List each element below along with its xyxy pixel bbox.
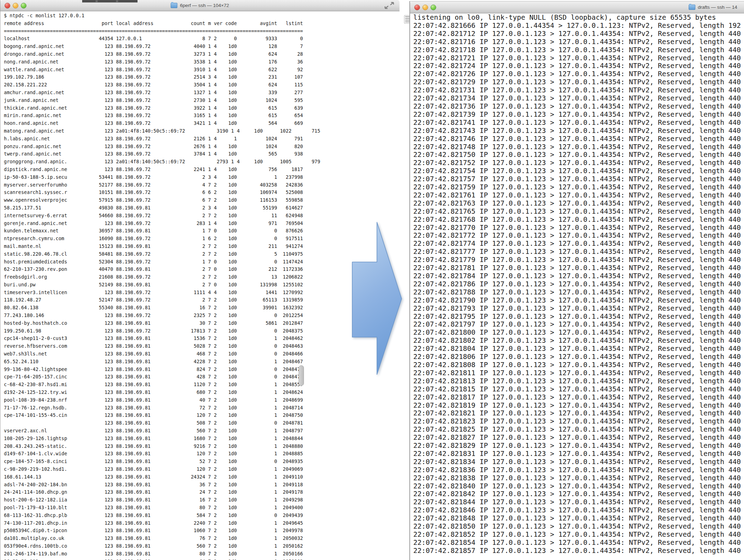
folder-icon (689, 5, 695, 10)
folder-icon (171, 3, 177, 8)
right-terminal-window: drafts — ssh — 14 listening on lo0, link… (409, 1, 744, 560)
fullscreen-icon[interactable] (383, 1, 396, 10)
background-window-fragment (82, 0, 138, 2)
left-titlebar[interactable]: 6perf — ssh — 104×72 (0, 0, 400, 11)
left-terminal-window: 6perf — ssh — 104×72 $ ntpdc -c monlist … (0, 0, 400, 560)
ntpdc-monlist-output[interactable]: $ ntpdc -c monlist 127.0.0.1 remote addr… (0, 11, 320, 560)
tcpdump-output[interactable]: listening on lo0, link-type NULL (BSD lo… (410, 13, 741, 555)
close-button[interactable] (414, 5, 420, 10)
zoom-button[interactable] (431, 5, 436, 10)
minimize-button[interactable] (422, 5, 428, 10)
scrollbar-thumb[interactable] (299, 365, 304, 386)
right-arrow (351, 221, 403, 376)
right-window-title: drafts — ssh — 14 (698, 5, 737, 10)
left-window-title: 6perf — ssh — 104×72 (180, 3, 229, 8)
right-titlebar[interactable]: drafts — ssh — 14 (410, 1, 744, 13)
